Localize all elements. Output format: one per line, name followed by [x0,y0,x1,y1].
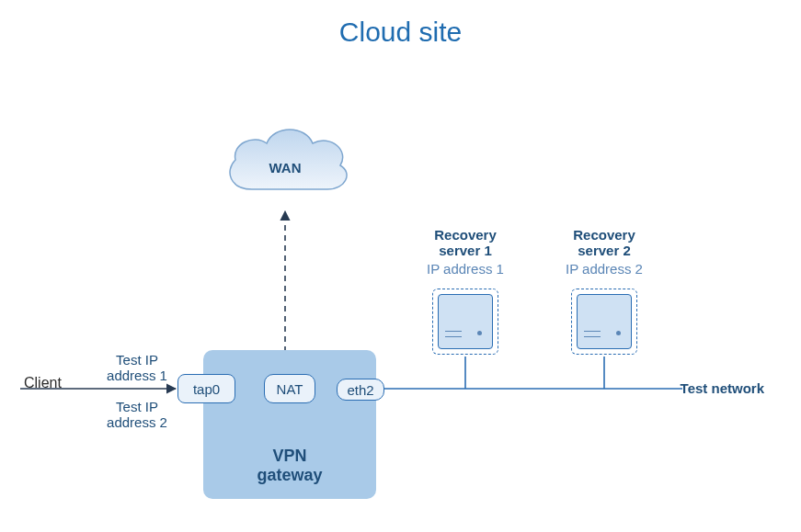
wan-label: WAN [217,160,353,175]
recovery-server-2-icon [571,289,637,355]
page-title: Cloud site [0,17,801,48]
vpn-gateway-label: VPN gateway [203,447,376,486]
test-ip-1-label: Test IPaddress 1 [100,353,174,383]
interface-eth2: eth2 [337,379,384,401]
vpn-gateway: VPN gateway [203,350,376,499]
connectors [0,0,801,532]
client-label: Client [24,375,62,391]
recovery-server-2-label: Recoveryserver 2 IP address 2 [549,227,659,277]
test-ip-2-label: Test IPaddress 2 [100,400,174,430]
recovery-server-1-label: Recoveryserver 1 IP address 1 [410,227,521,277]
recovery-server-1-icon [432,289,498,355]
test-network-label: Test network [681,380,764,396]
nat-node: NAT [264,374,315,403]
wan-cloud: WAN [217,118,353,205]
interface-tap0: tap0 [177,374,235,403]
